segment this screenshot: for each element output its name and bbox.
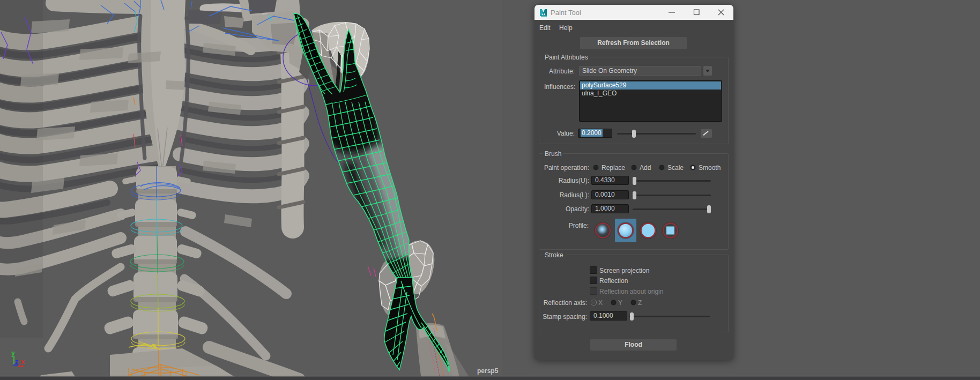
svg-text:x: x [21,358,25,366]
svg-text:y: y [11,349,15,357]
svg-text:z: z [15,358,18,366]
svg-text:persp5: persp5 [477,367,499,375]
